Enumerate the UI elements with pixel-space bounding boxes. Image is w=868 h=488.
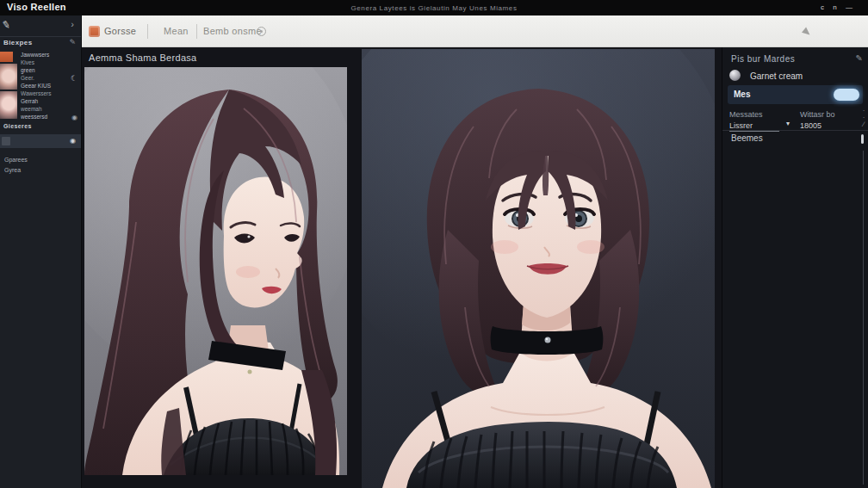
right-image-pane[interactable] [362, 49, 715, 488]
panel-footer-label[interactable]: Beemes [731, 133, 763, 143]
thumbnail-portrait-2[interactable] [0, 91, 17, 119]
list-item[interactable]: Geear KIUS [21, 82, 76, 90]
sidebar-footer-list: Gparees Gyrea [4, 155, 28, 176]
drag-handle-icon[interactable] [861, 134, 864, 144]
tab-gorsse[interactable]: Gorsse [104, 26, 136, 36]
tab-bemb-onsme[interactable]: Bemb onsme [203, 26, 262, 36]
sidebar: ✎ › Biexpes ✎ Jawwwsers Kives green Geer… [0, 15, 82, 488]
left-portrait-image [84, 67, 347, 475]
field-messates: Messates Lissrer ▾ [729, 110, 791, 132]
chevron-right-icon[interactable]: › [71, 19, 74, 29]
sidebar-item-list: Jawwwsers Kives green Geer. Geear KIUS W… [21, 51, 76, 120]
sidebar-divider [0, 36, 81, 37]
target-icon: ◉ [70, 137, 76, 145]
app-window: Viso Reellen Genera Laytees is Gielautin… [0, 0, 868, 488]
field-label: Messates [729, 110, 791, 119]
list-item[interactable]: weessersd [21, 113, 76, 120]
list-item[interactable]: green [21, 66, 76, 74]
sidebar-section-title-1: Biexpes [3, 39, 32, 46]
left-image-pane[interactable] [84, 67, 347, 475]
image-caption: Aemma Shama Berdasa [89, 53, 197, 63]
model-selector-row[interactable]: Garnet cream [729, 70, 859, 82]
mini-thumbnail [2, 137, 10, 145]
chevron-down-icon[interactable]: ▾ [786, 120, 790, 127]
orange-app-icon [89, 26, 100, 37]
toggle-row[interactable]: Mes [728, 85, 863, 104]
sidebar-section-title-2: Gieseres [3, 123, 32, 129]
moon-icon: ☾ [71, 74, 78, 83]
toolbar-divider [147, 24, 148, 39]
pencil-icon[interactable]: ✎ [1, 18, 11, 32]
sphere-icon [729, 70, 741, 81]
field-label: Wittasr bo [800, 110, 859, 119]
field-value-input[interactable]: 18005 [800, 121, 859, 130]
list-item[interactable]: Gparees [4, 155, 28, 165]
stamp-badge-icon [257, 27, 266, 36]
thumbnail-orange[interactable] [0, 52, 13, 62]
pen-icon[interactable]: ✎ [69, 38, 76, 46]
list-item[interactable]: Geer. [21, 74, 76, 82]
main-canvas: Aemma Shama Berdasa [82, 47, 722, 488]
toolbar-divider [196, 24, 197, 39]
list-item[interactable]: Gerrah [21, 97, 76, 105]
tab-mean[interactable]: Mean [164, 26, 189, 36]
field-wittasr-bo: Wittasr bo 18005 [800, 110, 859, 130]
right-portrait-image [362, 49, 715, 488]
toggle-label: Mes [734, 90, 750, 99]
cursor-icon [802, 28, 812, 38]
thumbnail-portrait-1[interactable] [0, 64, 17, 90]
list-item[interactable]: Gyrea [4, 165, 28, 176]
dot-badge-icon: ◉ [71, 114, 78, 121]
panel-divider [722, 130, 868, 131]
edit-pen-icon[interactable]: ✎ [856, 53, 863, 63]
window-title: Genera Laytees is Gielautin May Unes Mia… [0, 4, 868, 12]
properties-panel: Pis bur Mardes ✎ Garnet cream Mes Messat… [722, 47, 868, 488]
panel-title: Pis bur Mardes [731, 54, 795, 64]
overflow-dots-icon: ∙∙∕ [863, 108, 865, 128]
sidebar-selected-row[interactable]: ◉ [0, 134, 81, 148]
toolbar-row: Gorsse Mean Bemb onsme [82, 15, 868, 47]
list-item[interactable]: weemah [21, 105, 76, 113]
model-name: Garnet cream [750, 71, 803, 81]
panel-fields: Messates Lissrer ▾ Wittasr bo 18005 [729, 110, 859, 131]
list-item[interactable]: Kives [21, 59, 76, 66]
toggle-switch[interactable] [834, 89, 859, 101]
sidebar-tool-row[interactable]: ✎ › [0, 17, 81, 34]
titlebar: Viso Reellen Genera Laytees is Gielautin… [0, 0, 868, 15]
list-item[interactable]: Jawwwsers [21, 51, 76, 59]
panel-scrollbar[interactable] [863, 151, 864, 485]
window-controls-icons[interactable]: c n — [821, 3, 856, 11]
toolbar: Gorsse Mean Bemb onsme [82, 15, 868, 47]
list-item[interactable]: Wawerssers [21, 90, 76, 97]
